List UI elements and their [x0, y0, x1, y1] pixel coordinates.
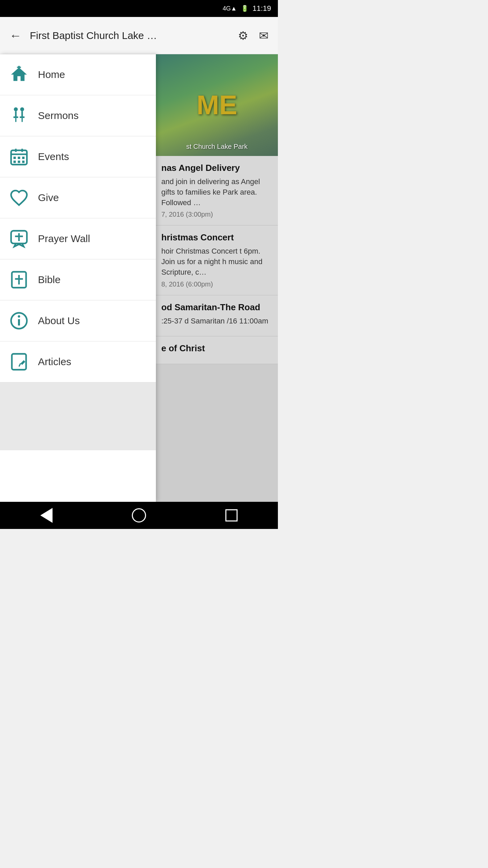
card-title-0: nas Angel Delivery	[161, 163, 272, 173]
content-card-2[interactable]: od Samaritan-The Road :25-37 d Samaritan…	[156, 295, 278, 336]
sidebar-drawer: Home Sermons	[0, 54, 156, 502]
sidebar-item-label-home: Home	[38, 69, 65, 80]
sidebar-empty-area	[0, 382, 156, 450]
recent-square-icon	[225, 509, 238, 521]
hero-text: ME	[197, 90, 237, 121]
give-icon	[8, 187, 30, 209]
prayer-wall-icon	[8, 228, 30, 250]
sidebar-item-prayer-wall[interactable]: Prayer Wall	[0, 218, 156, 259]
sidebar-item-label-about-us: About Us	[38, 315, 80, 327]
content-card-3[interactable]: e of Christ	[156, 336, 278, 364]
svg-line-30	[19, 363, 21, 367]
sidebar-item-label-articles: Articles	[38, 356, 71, 368]
about-us-icon	[8, 310, 30, 332]
card-date-1: 8, 2016 (6:00pm)	[161, 280, 272, 288]
nav-home-button[interactable]	[125, 502, 152, 529]
hero-image: ME st Church Lake Park	[156, 54, 278, 156]
battery-icon: 🔋	[241, 5, 248, 12]
header-title: First Baptist Church Lake …	[30, 30, 230, 41]
svg-point-2	[14, 107, 18, 112]
message-button[interactable]: ✉	[256, 26, 271, 45]
sidebar-item-give[interactable]: Give	[0, 177, 156, 218]
svg-rect-14	[14, 157, 16, 159]
sermons-icon	[8, 105, 30, 126]
sidebar-item-articles[interactable]: Articles	[0, 341, 156, 382]
back-button[interactable]: ←	[7, 26, 24, 45]
sidebar-item-label-give: Give	[38, 192, 59, 203]
svg-rect-19	[22, 161, 24, 163]
status-bar: 4G▲ 🔋 11:19	[0, 0, 278, 17]
svg-point-5	[20, 107, 24, 112]
back-triangle-icon	[40, 508, 53, 523]
card-date-0: 7, 2016 (3:00pm)	[161, 211, 272, 218]
content-card-1[interactable]: hristmas Concert hoir Christmas Concert …	[156, 225, 278, 295]
content-area: ME st Church Lake Park nas Angel Deliver…	[156, 54, 278, 502]
signal-icon: 4G▲	[223, 5, 237, 12]
time-display: 11:19	[252, 4, 271, 13]
main-layout: Home Sermons	[0, 54, 278, 502]
articles-icon	[8, 351, 30, 373]
nav-recent-button[interactable]	[218, 502, 245, 529]
hero-subtitle: st Church Lake Park	[156, 143, 278, 151]
settings-button[interactable]: ⚙	[235, 26, 251, 45]
card-body-2: :25-37 d Samaritan /16 11:00am	[161, 316, 272, 327]
home-icon	[8, 64, 30, 85]
sidebar-item-about-us[interactable]: About Us	[0, 300, 156, 341]
svg-point-28	[18, 315, 20, 318]
card-title-1: hristmas Concert	[161, 232, 272, 243]
sidebar-item-bible[interactable]: Bible	[0, 259, 156, 300]
sidebar-item-sermons[interactable]: Sermons	[0, 95, 156, 136]
sidebar-item-events[interactable]: Events	[0, 136, 156, 177]
content-cards: nas Angel Delivery and join in deliverin…	[156, 156, 278, 364]
events-icon	[8, 146, 30, 167]
sidebar-item-home[interactable]: Home	[0, 54, 156, 95]
content-card-0[interactable]: nas Angel Delivery and join in deliverin…	[156, 156, 278, 225]
svg-rect-17	[14, 161, 16, 163]
app-header: ← First Baptist Church Lake … ⚙ ✉	[0, 17, 278, 54]
svg-rect-16	[22, 157, 24, 159]
bible-icon	[8, 269, 30, 291]
nav-back-button[interactable]	[33, 502, 60, 529]
svg-rect-15	[18, 157, 20, 159]
card-title-3: e of Christ	[161, 343, 272, 354]
sidebar-item-label-bible: Bible	[38, 274, 61, 285]
svg-rect-18	[18, 161, 20, 163]
card-title-2: od Samaritan-The Road	[161, 302, 272, 313]
card-body-0: and join in delivering as Angel gifts to…	[161, 177, 272, 208]
sidebar-item-label-events: Events	[38, 151, 69, 162]
card-body-1: hoir Christmas Concert t 6pm. Join us fo…	[161, 246, 272, 277]
svg-rect-1	[17, 67, 21, 68]
nav-bar	[0, 502, 278, 529]
home-circle-icon	[132, 508, 146, 522]
sidebar-item-label-sermons: Sermons	[38, 110, 79, 121]
sidebar-item-label-prayer-wall: Prayer Wall	[38, 233, 90, 244]
